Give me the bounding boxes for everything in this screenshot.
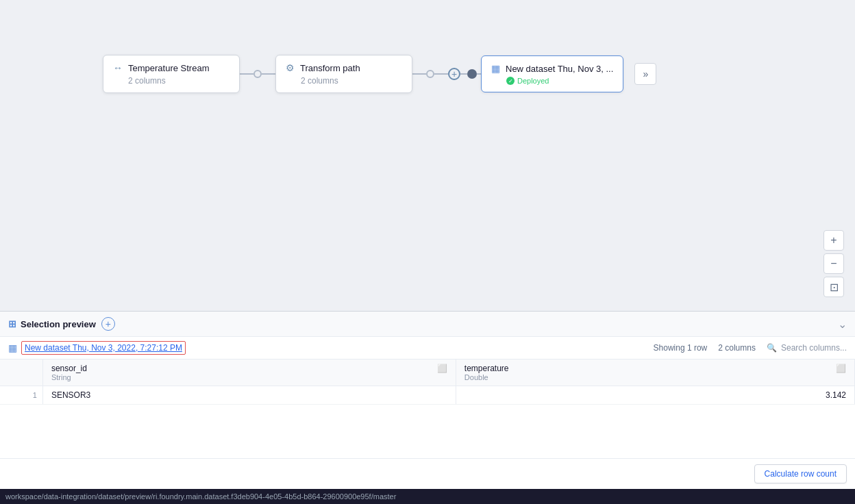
bottom-panel: ⊞ Selection preview + ⌄ ▦ New dataset Th… (0, 311, 855, 489)
transform-path-node[interactable]: ⚙ Transform path 2 columns (275, 55, 412, 93)
calc-btn-container: Calculate row count (0, 458, 855, 489)
data-table: sensor_id ⬜ String temperature ⬜ Double (0, 360, 855, 458)
connector-2: + (412, 68, 481, 80)
deployed-dot (506, 77, 515, 85)
sensor-id-cell: SENSOR3 (42, 386, 456, 405)
calculate-row-count-button[interactable]: Calculate row count (754, 464, 847, 483)
sensor-id-col-name: sensor_id (51, 364, 87, 373)
fit-icon: ⊡ (830, 281, 839, 294)
zoom-in-icon: + (830, 234, 837, 247)
transform-icon: ⚙ (286, 62, 295, 73)
pipeline-canvas: ↔ Temperature Stream 2 columns ⚙ Transfo… (0, 0, 855, 311)
sensor-id-col-type: String (51, 373, 447, 381)
table-header-row: sensor_id ⬜ String temperature ⬜ Double (0, 360, 855, 386)
dataset-icon: ▦ (491, 63, 500, 74)
row-num-header (0, 360, 42, 386)
search-columns-label: Search columns... (781, 343, 847, 353)
temperature-stream-title: Temperature Stream (128, 63, 210, 73)
temperature-header: temperature ⬜ Double (456, 360, 854, 386)
temperature-expand-icon[interactable]: ⬜ (836, 364, 846, 373)
temperature-cell: 3.142 (456, 386, 854, 405)
connector-plus-circle: + (448, 68, 460, 80)
add-icon: + (106, 318, 111, 329)
status-bar: workspace/data-integration/dataset/previ… (0, 489, 855, 504)
expand-button[interactable]: » (634, 63, 656, 85)
columns-info: 2 columns (718, 343, 756, 353)
sensor-id-expand-icon[interactable]: ⬜ (437, 364, 447, 373)
preview-table: sensor_id ⬜ String temperature ⬜ Double (0, 360, 855, 405)
dataset-tab: ▦ New dataset Thu, Nov 3, 2022, 7:27:12 … (0, 337, 855, 360)
sensor-id-header: sensor_id ⬜ String (42, 360, 456, 386)
deployed-badge: Deployed (491, 77, 613, 85)
stream-icon: ↔ (113, 62, 123, 73)
panel-title-text: Selection preview (21, 319, 96, 329)
temperature-stream-node[interactable]: ↔ Temperature Stream 2 columns (103, 55, 240, 93)
connector-circle-empty-1 (253, 70, 262, 78)
dataset-tab-link[interactable]: New dataset Thu, Nov 3, 2022, 7:27:12 PM (21, 341, 186, 355)
panel-title: ⊞ Selection preview (8, 318, 96, 329)
new-dataset-title: New dataset Thu, Nov 3, ... (506, 64, 613, 74)
add-source-button[interactable]: + (101, 317, 115, 331)
transform-path-subtitle: 2 columns (286, 76, 402, 86)
new-dataset-node[interactable]: ▦ New dataset Thu, Nov 3, ... Deployed (481, 55, 623, 92)
expand-icon: » (643, 68, 648, 79)
connector-circle-empty-2 (426, 70, 434, 78)
collapse-button[interactable]: ⌄ (838, 318, 847, 331)
search-columns-button[interactable]: 🔍 Search columns... (767, 343, 847, 353)
connector-1 (240, 70, 275, 78)
dataset-tab-icon: ▦ (8, 342, 17, 353)
showing-info: Showing 1 row (654, 343, 708, 353)
fit-button[interactable]: ⊡ (823, 277, 844, 297)
zoom-in-button[interactable]: + (823, 230, 844, 251)
temperature-col-type: Double (464, 373, 846, 381)
zoom-controls: + − ⊡ (823, 230, 844, 297)
collapse-icon: ⌄ (838, 318, 847, 330)
temperature-stream-subtitle: 2 columns (113, 76, 230, 86)
temperature-col-name: temperature (464, 364, 509, 373)
row-num-cell: 1 (0, 386, 42, 405)
grid-icon: ⊞ (8, 318, 16, 329)
panel-header: ⊞ Selection preview + ⌄ (0, 312, 855, 337)
zoom-out-button[interactable]: − (823, 253, 844, 274)
deployed-label: Deployed (517, 77, 549, 85)
status-url: workspace/data-integration/dataset/previ… (5, 492, 396, 501)
connector-circle-dark (467, 69, 477, 79)
pipeline-container: ↔ Temperature Stream 2 columns ⚙ Transfo… (103, 55, 656, 93)
search-icon: 🔍 (767, 343, 777, 353)
transform-path-title: Transform path (300, 63, 360, 73)
table-row: 1 SENSOR3 3.142 (0, 386, 855, 405)
zoom-out-icon: − (830, 257, 837, 270)
